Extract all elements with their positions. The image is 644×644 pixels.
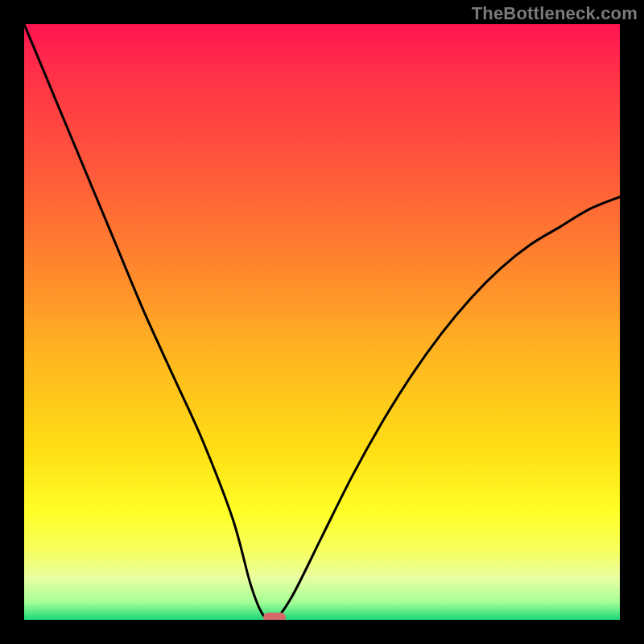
plot-area: [24, 24, 620, 620]
watermark-text: TheBottleneck.com: [472, 3, 638, 24]
optimum-marker: [263, 613, 286, 620]
chart-frame: TheBottleneck.com: [0, 0, 644, 644]
curve-layer: [24, 24, 620, 620]
bottleneck-curve: [24, 24, 620, 620]
